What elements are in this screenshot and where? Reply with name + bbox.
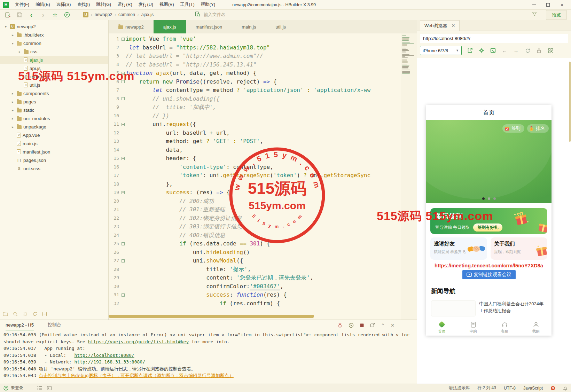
menu-跳转(G)[interactable]: 跳转(G) xyxy=(93,2,114,8)
checkin-pill-button[interactable]: 签到 xyxy=(502,124,524,133)
fold-toggle-icon[interactable]: − xyxy=(120,35,126,44)
chevron-right-icon[interactable]: ▸ xyxy=(17,50,22,54)
menu-查找(I)[interactable]: 查找(I) xyxy=(74,2,93,8)
tab-profile[interactable]: 我的 xyxy=(520,319,552,336)
fold-toggle-icon[interactable]: − xyxy=(120,291,126,299)
breadcrumb-file[interactable]: ajax.js xyxy=(141,12,154,17)
log-link[interactable]: http://192.168.31.33:8080/ xyxy=(75,359,146,364)
tree-item-components[interactable]: ▸components xyxy=(0,89,108,97)
breadcrumb-project[interactable]: newapp2 xyxy=(95,12,112,17)
bookmark-star-icon[interactable]: ☆ xyxy=(52,11,58,18)
line-number[interactable]: 23 xyxy=(109,222,120,231)
plugin-status-icon[interactable] xyxy=(550,386,555,391)
code-line-17[interactable]: 17 'token': uni.getStorageSync('token') … xyxy=(109,171,417,180)
open-external-icon[interactable] xyxy=(370,323,375,328)
code-line-10[interactable]: 10 // }) xyxy=(109,112,417,120)
code-line-27[interactable]: 27− uni.showModal({ xyxy=(109,257,417,265)
log-link[interactable]: https://vuejs.org/guide/list.html#key xyxy=(88,339,189,344)
gear-icon[interactable] xyxy=(478,47,485,54)
chevron-right-icon[interactable]: ▸ xyxy=(10,125,15,129)
address-bar[interactable] xyxy=(420,34,568,43)
code-line-25[interactable]: 25− if (res.data.code == 301) { xyxy=(109,240,417,248)
line-number[interactable]: 22 xyxy=(109,214,120,223)
back-icon[interactable]: ‹ xyxy=(28,11,35,18)
collapse-panel-icon[interactable]: ⌃ xyxy=(381,323,385,328)
lock-icon[interactable] xyxy=(536,47,542,54)
menu-工具(T)[interactable]: 工具(T) xyxy=(177,2,198,8)
code-line-13[interactable]: 13 method: get ? 'GET' : 'POST', xyxy=(109,137,417,146)
file-search[interactable] xyxy=(193,11,539,19)
maximize-button[interactable] xyxy=(541,0,555,9)
line-number[interactable]: 11 xyxy=(109,120,120,129)
code-line-23[interactable]: 23 // 303:绑定银行卡信息 xyxy=(109,222,417,231)
tab-subscribe[interactable]: 申购 xyxy=(457,319,489,336)
fold-toggle-icon[interactable]: − xyxy=(120,95,126,103)
menu-编辑(E)[interactable]: 编辑(E) xyxy=(32,2,53,8)
outline-list-icon[interactable] xyxy=(37,386,42,390)
log-link[interactable]: http://localhost:8080/ xyxy=(75,353,134,358)
code-line-24[interactable]: 24 // 400:错误信息 xyxy=(109,231,417,240)
encoding[interactable]: UTF-8 xyxy=(504,386,516,391)
line-number[interactable]: 3 xyxy=(109,52,120,61)
fold-toggle-icon[interactable]: − xyxy=(120,78,126,86)
code-line-18[interactable]: 18 }, xyxy=(109,180,417,189)
line-number[interactable]: 31 xyxy=(109,291,120,299)
carousel-dot-active[interactable] xyxy=(482,197,485,200)
carousel-dots[interactable] xyxy=(426,197,552,200)
line-number[interactable]: 18 xyxy=(109,180,120,189)
tree-item-common[interactable]: ▾common xyxy=(0,39,108,47)
minimize-button[interactable] xyxy=(527,0,541,9)
console-tab-console[interactable]: 控制台 xyxy=(48,320,61,330)
line-number[interactable]: 2 xyxy=(109,44,120,52)
code-line-11[interactable]: 11− uni.request({ xyxy=(109,120,417,129)
code-line-32[interactable]: 32 if (res.confirm) { xyxy=(109,299,417,308)
line-number[interactable]: 5 xyxy=(109,69,120,78)
horizontal-scrollbar[interactable] xyxy=(109,315,314,318)
line-number[interactable]: 29 xyxy=(109,274,120,282)
tree-item-uni.scss[interactable]: Suni.scss xyxy=(0,164,108,173)
chevron-right-icon[interactable]: ▸ xyxy=(10,117,15,120)
line-number[interactable]: 32 xyxy=(109,299,120,308)
code-line-31[interactable]: 31− success: function(res) { xyxy=(109,291,417,299)
line-number[interactable]: 4 xyxy=(109,61,120,69)
browser-tab[interactable]: Web浏览器 ✕ xyxy=(420,20,460,31)
breadcrumb[interactable]: U › newapp2 › common › ajax.js xyxy=(80,11,185,19)
preview-button[interactable]: 预览 xyxy=(546,10,567,20)
explorer-collapse-icon[interactable] xyxy=(42,312,47,317)
tab-home[interactable]: 首页 xyxy=(426,319,457,336)
tree-item-api.js[interactable]: Japi.js xyxy=(0,64,108,72)
code-line-7[interactable]: 7 let contentType = method ? 'applicatio… xyxy=(109,86,417,95)
tree-item-css[interactable]: ▸css xyxy=(0,47,108,56)
tree-item-pages[interactable]: ▸pages xyxy=(0,97,108,106)
explorer-search-icon[interactable] xyxy=(13,312,18,317)
code-line-19[interactable]: 19− success: (res) => { xyxy=(109,188,417,197)
tree-item-App.vue[interactable]: VApp.vue xyxy=(0,131,108,139)
line-number[interactable]: 27 xyxy=(109,257,120,265)
tree-item-main.css[interactable]: {}main.css xyxy=(0,72,108,81)
code-line-3[interactable]: 3// let baseUrl = "http://www.admin.com"… xyxy=(109,52,417,61)
cursor-position[interactable]: 行:2 列:43 xyxy=(477,385,496,391)
device-select[interactable]: iPhone 6/7/8 ▼ xyxy=(420,46,462,55)
bell-icon[interactable] xyxy=(563,386,568,391)
login-status[interactable]: 未登录 xyxy=(3,385,23,391)
qrcode-icon[interactable] xyxy=(547,47,554,54)
copy-meeting-link-button[interactable]: 复制链接观看会议 xyxy=(462,270,516,279)
fold-toggle-icon[interactable]: − xyxy=(120,154,126,163)
checkin-gift-button[interactable]: 签到有好礼 xyxy=(473,224,502,232)
tree-item-unpackage[interactable]: ▸unpackage xyxy=(0,123,108,131)
fold-toggle-icon[interactable]: − xyxy=(120,188,126,197)
chevron-down-icon[interactable]: ▾ xyxy=(10,41,15,45)
tree-item-ajax.js[interactable]: Jajax.js xyxy=(0,56,108,64)
line-number[interactable]: 19 xyxy=(109,188,120,197)
ranking-pill-button[interactable]: 排名 xyxy=(527,124,549,133)
tree-item-uni_modules[interactable]: ▸uni_modules xyxy=(0,114,108,123)
tree-item-main.js[interactable]: Jmain.js xyxy=(0,139,108,148)
line-number[interactable]: 13 xyxy=(109,137,120,146)
code-line-21[interactable]: 21 // 301:重新登陆 xyxy=(109,205,417,214)
stop-icon[interactable] xyxy=(360,323,364,328)
minimap[interactable] xyxy=(401,33,417,320)
line-number[interactable]: 10 xyxy=(109,112,120,120)
code-line-14[interactable]: 14 data, xyxy=(109,146,417,155)
explorer-gear-icon[interactable] xyxy=(23,312,28,317)
close-icon[interactable]: ✕ xyxy=(452,23,455,28)
